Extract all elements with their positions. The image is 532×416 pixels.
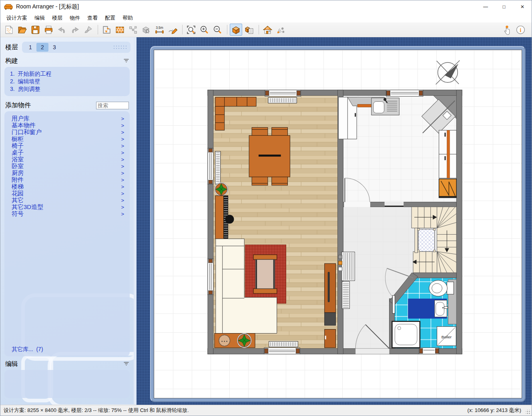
object-list-button[interactable] (243, 24, 255, 36)
washbasin[interactable] (435, 300, 448, 317)
print-button[interactable] (42, 24, 55, 36)
zoom-out-icon (213, 25, 223, 35)
collapse-icon[interactable] (124, 360, 129, 368)
shower-tray[interactable] (392, 322, 420, 348)
menu-view[interactable]: 查看 (84, 14, 101, 22)
titlebar: Room Arranger - [无标题] — □ ✕ (0, 0, 532, 13)
potted-plant[interactable] (237, 334, 251, 348)
menu-help[interactable]: 帮助 (119, 14, 137, 22)
wall-tool-button[interactable] (114, 24, 126, 36)
dining-chair (252, 177, 268, 185)
boiler[interactable]: Boiler (437, 327, 456, 346)
tv-unit[interactable] (325, 263, 336, 348)
towel-rail[interactable] (392, 295, 395, 314)
radiator-hall-ladder (342, 281, 349, 309)
category-basic-objects[interactable]: 基本物件> (12, 122, 125, 129)
undo-button[interactable] (56, 24, 68, 36)
build-step-edit-walls[interactable]: 2. 编辑墙壁 (10, 78, 124, 85)
stair-landing-lattice (418, 228, 436, 252)
category-user-library[interactable]: 用户库> (12, 115, 125, 122)
compass-rose (436, 60, 460, 84)
kitchen-appliance[interactable] (439, 179, 457, 198)
drawing-canvas[interactable]: Boiler (137, 37, 532, 405)
zoom-window-button[interactable] (185, 24, 197, 36)
menu-settings[interactable]: 配置 (101, 14, 119, 22)
floor-tab-1[interactable]: 1 (24, 43, 36, 52)
toolbar-separator (182, 25, 183, 34)
category-other[interactable]: 其它> (12, 197, 125, 204)
category-accessories[interactable]: 附件> (12, 177, 125, 183)
chevron-right-icon: > (121, 177, 124, 183)
resize-grip[interactable] (526, 410, 530, 414)
menu-design[interactable]: 设计方案 (3, 14, 31, 22)
sketch-button[interactable] (167, 24, 179, 36)
category-chairs[interactable]: 椅子> (12, 143, 125, 149)
kitchen-right-cabinets[interactable] (439, 130, 457, 178)
new-document-button[interactable] (3, 24, 15, 36)
close-button[interactable]: ✕ (513, 0, 532, 13)
search-input[interactable] (96, 102, 129, 109)
format-brush-button[interactable] (82, 24, 94, 36)
dining-set[interactable] (249, 127, 290, 185)
floor-tab-2[interactable]: 2 (36, 43, 48, 52)
floor-plan[interactable]: Boiler (154, 50, 522, 398)
category-bedroom[interactable]: 卧室> (12, 163, 125, 170)
menu-edit[interactable]: 编辑 (31, 14, 48, 22)
potted-plant[interactable] (215, 183, 228, 196)
category-doors-windows[interactable]: 门口和窗户> (12, 129, 125, 136)
floor-tab-3[interactable]: 3 (48, 43, 60, 52)
staircase[interactable] (412, 207, 456, 273)
zoom-in-icon (199, 25, 209, 35)
category-symbols[interactable]: 符号> (12, 211, 125, 217)
view-3d-house-button[interactable]: 3D (261, 24, 274, 36)
menu-object[interactable]: 物件 (66, 14, 84, 22)
toilet[interactable] (429, 280, 454, 296)
status-cursor-coordinates: (x: 10666 y: 2413 毫米) (468, 407, 532, 414)
kitchen-sink[interactable] (371, 98, 399, 115)
light-burst-button[interactable] (275, 24, 287, 36)
plan-page[interactable]: Boiler (154, 50, 522, 398)
category-kitchen[interactable]: 厨房> (12, 170, 125, 177)
build-step-adjust-rooms[interactable]: 3. 房间调整 (10, 85, 124, 93)
category-tables[interactable]: 桌子> (12, 149, 125, 156)
stool[interactable] (225, 215, 234, 224)
open-folder-icon (17, 25, 27, 35)
menu-floor[interactable]: 楼层 (48, 14, 66, 22)
select-object-button[interactable] (140, 24, 153, 36)
view-3d-object-button[interactable] (230, 24, 242, 36)
measure-button[interactable]: 3.5m (153, 24, 166, 36)
page-frame: Boiler (150, 46, 526, 402)
chevron-right-icon: > (121, 197, 124, 203)
more-libraries-link[interactable]: 其它库... (7) (12, 346, 125, 353)
bowl (219, 335, 230, 346)
category-cabinets[interactable]: 橱柜> (12, 136, 125, 143)
touch-mode-button[interactable] (501, 24, 514, 36)
open-button[interactable] (16, 24, 28, 36)
chevron-right-icon: > (121, 163, 124, 169)
house-3d-icon: 3D (263, 25, 273, 35)
edit-points-button[interactable] (127, 24, 139, 36)
box-3d-icon (231, 25, 241, 35)
info-button[interactable]: i (514, 24, 527, 36)
coffee-table[interactable] (253, 255, 277, 293)
minimize-button[interactable]: — (476, 0, 495, 13)
redo-button[interactable] (69, 24, 81, 36)
category-stairs[interactable]: 楼梯> (12, 183, 125, 190)
build-step-new-project[interactable]: 1. 开始新的工程 (10, 70, 124, 78)
drag-grip-dots[interactable] (113, 45, 126, 50)
maximize-button[interactable]: □ (495, 0, 513, 13)
zoom-in-button[interactable] (198, 24, 211, 36)
zoom-out-button[interactable] (211, 24, 224, 36)
save-button[interactable] (29, 24, 42, 36)
collapse-icon[interactable] (124, 57, 129, 64)
room-wizard-icon (102, 25, 112, 35)
category-bathroom[interactable]: 浴室> (12, 156, 125, 163)
room-wizard-button[interactable] (100, 24, 113, 36)
info-icon: i (516, 25, 526, 35)
category-other-3d[interactable]: 其它3D造型> (12, 204, 125, 211)
window-bottom-living (264, 348, 300, 354)
chevron-right-icon: > (121, 211, 124, 217)
add-objects-title: 添加物件 (5, 101, 31, 110)
dining-chair (272, 177, 288, 185)
category-garden[interactable]: 花园> (12, 190, 125, 197)
